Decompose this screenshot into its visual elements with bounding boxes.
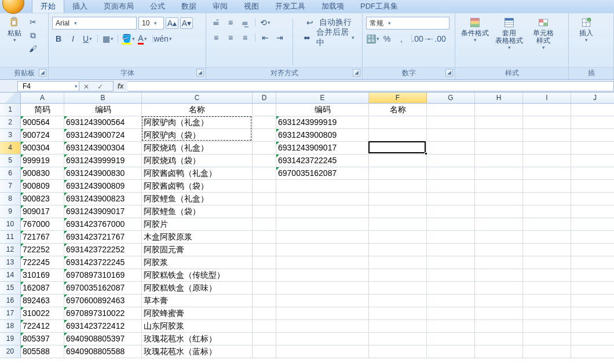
cell-G2[interactable] xyxy=(427,116,475,129)
cell-E20[interactable] xyxy=(276,345,369,358)
align-center-button[interactable]: ≡ xyxy=(224,32,237,43)
cell-I20[interactable] xyxy=(523,345,571,358)
cell-C17[interactable]: 阿胶蜂蜜膏 xyxy=(142,307,253,320)
cell-A20[interactable]: 805588 xyxy=(21,345,64,358)
tab-data[interactable]: 数据 xyxy=(173,0,204,13)
cell-H1[interactable] xyxy=(475,104,523,116)
cell-D15[interactable] xyxy=(253,282,276,295)
cell-H18[interactable] xyxy=(475,320,523,333)
cell-C4[interactable]: 阿胶烧鸡（礼盒） xyxy=(142,142,253,155)
cell-J20[interactable] xyxy=(571,345,614,358)
cell-A4[interactable]: 900304 xyxy=(21,142,64,155)
cell-E18[interactable] xyxy=(276,320,369,333)
row-header-20[interactable]: 20 xyxy=(0,345,21,358)
cell-G4[interactable] xyxy=(427,142,475,155)
cell-G16[interactable] xyxy=(427,295,475,307)
cell-E7[interactable] xyxy=(276,180,369,193)
cell-C2[interactable]: 阿胶驴肉（礼盒） xyxy=(142,116,253,129)
cell-I13[interactable] xyxy=(523,256,571,269)
cell-E8[interactable] xyxy=(276,193,369,205)
cell-D16[interactable] xyxy=(253,295,276,307)
formula-enter-button[interactable]: ✓ xyxy=(93,82,107,92)
col-header-H[interactable]: H xyxy=(475,93,523,103)
cell-B17[interactable]: 6970897310022 xyxy=(64,307,142,320)
cell-D2[interactable] xyxy=(253,116,276,129)
fill-color-button[interactable]: 🪣▾ xyxy=(122,33,134,45)
cell-H10[interactable] xyxy=(475,218,523,231)
col-header-A[interactable]: A xyxy=(21,93,64,103)
row-header-18[interactable]: 18 xyxy=(0,320,21,333)
wrap-text-button[interactable]: ↩ 自动换行 xyxy=(299,17,359,28)
decrease-indent-button[interactable]: ⇤ xyxy=(259,32,272,43)
cell-G14[interactable] xyxy=(427,269,475,282)
cell-C15[interactable]: 阿胶糕铁盒（原味） xyxy=(142,282,253,295)
cell-G1[interactable] xyxy=(427,104,475,116)
align-left-button[interactable]: ≡ xyxy=(210,32,222,43)
cell-E2[interactable]: 6931243999919 xyxy=(276,116,369,129)
cell-I5[interactable] xyxy=(523,155,571,167)
cell-I10[interactable] xyxy=(523,218,571,231)
cell-E10[interactable] xyxy=(276,218,369,231)
cell-H13[interactable] xyxy=(475,256,523,269)
cell-C9[interactable]: 阿胶鲤鱼（袋） xyxy=(142,205,253,218)
cell-H3[interactable] xyxy=(475,129,523,142)
insert-function-button[interactable]: fx xyxy=(114,81,127,91)
conditional-formatting-button[interactable]: 条件格式▾ xyxy=(459,15,491,67)
cell-A9[interactable]: 909017 xyxy=(21,205,64,218)
row-header-12[interactable]: 12 xyxy=(0,244,21,256)
cell-H11[interactable] xyxy=(475,231,523,244)
cell-E16[interactable] xyxy=(276,295,369,307)
cell-D5[interactable] xyxy=(253,155,276,167)
cell-J19[interactable] xyxy=(571,333,614,345)
italic-button[interactable]: I xyxy=(67,33,79,45)
cell-J1[interactable] xyxy=(571,104,614,116)
tab-formulas[interactable]: 公式 xyxy=(142,0,173,13)
cell-J16[interactable] xyxy=(571,295,614,307)
row-header-6[interactable]: 6 xyxy=(0,167,21,180)
cell-I7[interactable] xyxy=(523,180,571,193)
cell-G11[interactable] xyxy=(427,231,475,244)
cell-F10[interactable] xyxy=(369,218,427,231)
cell-B10[interactable]: 6931423767000 xyxy=(64,218,142,231)
decrease-decimal-button[interactable]: ←.00 xyxy=(430,33,443,45)
cell-J6[interactable] xyxy=(571,167,614,180)
cell-F6[interactable] xyxy=(369,167,427,180)
cell-A2[interactable]: 900564 xyxy=(21,116,64,129)
font-dialog-launcher[interactable]: ◢ xyxy=(196,69,204,76)
font-name-combo[interactable]: Arial▾ xyxy=(52,17,137,30)
cell-J15[interactable] xyxy=(571,282,614,295)
cell-H14[interactable] xyxy=(475,269,523,282)
col-header-J[interactable]: J xyxy=(571,93,614,103)
cell-I6[interactable] xyxy=(523,167,571,180)
cell-A13[interactable]: 722245 xyxy=(21,256,64,269)
cell-J5[interactable] xyxy=(571,155,614,167)
cell-A17[interactable]: 310022 xyxy=(21,307,64,320)
cell-B15[interactable]: 6970035162087 xyxy=(64,282,142,295)
cell-J9[interactable] xyxy=(571,205,614,218)
cell-G13[interactable] xyxy=(427,256,475,269)
select-all-corner[interactable] xyxy=(0,93,21,103)
cell-I1[interactable] xyxy=(523,104,571,116)
cell-I2[interactable] xyxy=(523,116,571,129)
cell-D19[interactable] xyxy=(253,333,276,345)
cell-B13[interactable]: 6931423722245 xyxy=(64,256,142,269)
cell-C12[interactable]: 阿胶固元膏 xyxy=(142,244,253,256)
phonetic-button[interactable]: wén▾ xyxy=(156,33,169,45)
cell-C5[interactable]: 阿胶烧鸡（袋） xyxy=(142,155,253,167)
font-size-combo[interactable]: 10▾ xyxy=(138,17,164,30)
name-box[interactable]: F4▾ xyxy=(17,81,79,91)
cell-C8[interactable]: 阿胶鲤鱼（礼盒） xyxy=(142,193,253,205)
cell-A8[interactable]: 900823 xyxy=(21,193,64,205)
insert-cells-button[interactable]: + 插入▾ xyxy=(572,15,600,67)
cell-I8[interactable] xyxy=(523,193,571,205)
cell-D9[interactable] xyxy=(253,205,276,218)
cell-E1[interactable]: 编码 xyxy=(276,104,369,116)
cell-B5[interactable]: 6931243999919 xyxy=(64,155,142,167)
row-header-17[interactable]: 17 xyxy=(0,307,21,320)
cell-F5[interactable] xyxy=(369,155,427,167)
row-header-2[interactable]: 2 xyxy=(0,116,21,129)
cell-D12[interactable] xyxy=(253,244,276,256)
cell-A5[interactable]: 999919 xyxy=(21,155,64,167)
col-header-G[interactable]: G xyxy=(427,93,475,103)
cell-E12[interactable] xyxy=(276,244,369,256)
